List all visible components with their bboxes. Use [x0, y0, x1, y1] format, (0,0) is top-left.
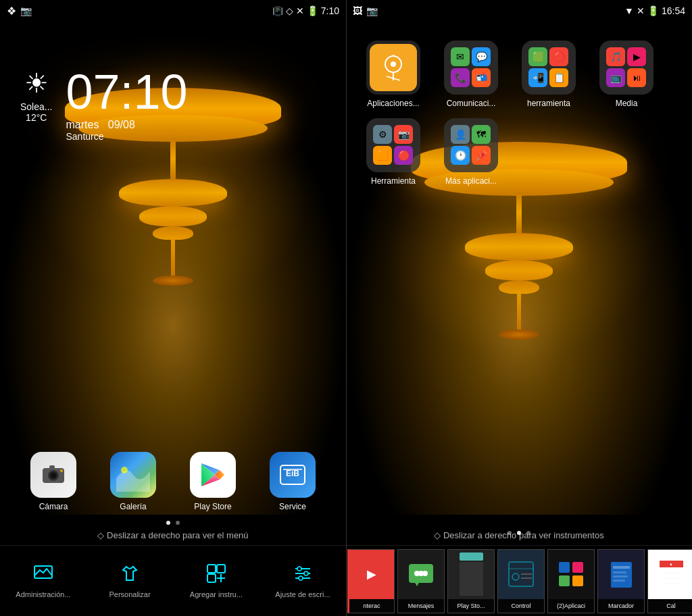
slide-hint-right: ◇ Deslizar a derecho para ver instrument… — [346, 530, 692, 540]
svg-rect-41 — [572, 575, 583, 586]
svg-rect-42 — [611, 562, 632, 588]
service-label: Service — [279, 502, 306, 511]
thumb-interac[interactable]: ▶ nterac — [347, 549, 395, 613]
no-signal-icon-right: ✕ — [637, 5, 645, 16]
gallery-svg — [116, 458, 150, 492]
thumb-marcador-label: Marcador — [598, 599, 644, 613]
customize-label: Personalizar — [109, 590, 150, 598]
lamp-lower-r2 — [485, 260, 553, 280]
folder-aplicaciones[interactable]: Aplicaciones... — [360, 41, 427, 108]
svg-rect-45 — [613, 575, 628, 578]
thumb-playsto-label: Play Sto... — [448, 599, 494, 613]
vibrate-icon: 📳 — [272, 6, 283, 16]
gallery-app[interactable]: Galería — [110, 452, 156, 511]
status-icons-right-right: ▼ ✕ 🔋 16:54 — [624, 5, 685, 16]
service-icon[interactable]: EiB — [270, 452, 316, 498]
app-dock: Cámara Galería — [0, 452, 346, 511]
clock-section: 07:10 martes 09/08 Santurce — [66, 68, 187, 142]
no-signal-icon: ✕ — [296, 5, 304, 16]
admin-icon — [33, 563, 53, 586]
svg-point-5 — [60, 469, 63, 472]
svg-point-35 — [512, 573, 519, 580]
thumb-aplicaci2[interactable]: (2)Aplicaci — [547, 549, 595, 613]
folder-aplicaciones-label: Aplicaciones... — [367, 99, 419, 108]
folder-herramienta[interactable]: 🟩 🔴 📲 📋 herramienta — [515, 41, 583, 108]
date-label: 09/08 — [108, 119, 135, 130]
panel-divider — [346, 0, 347, 616]
nav-customize[interactable]: Personalizar — [86, 563, 173, 598]
folder-media[interactable]: 🎵 ▶ 📺 ⏯ Media — [593, 41, 660, 108]
svg-point-20 — [304, 571, 308, 575]
lamp-foot — [153, 276, 193, 286]
lamp-base — [171, 236, 175, 277]
folder-herramienta-label: herramienta — [527, 99, 570, 108]
day-label: martes — [66, 119, 99, 130]
nav-admin[interactable]: Administración... — [0, 563, 86, 598]
camera-app[interactable]: Cámara — [30, 452, 76, 511]
camera-label: Cámara — [39, 502, 68, 511]
folder-grid: Aplicaciones... ✉ 💬 📞 📬 Comunicaci... 🟩 … — [346, 27, 692, 199]
thumb-cal[interactable]: ▼ Cal — [647, 549, 692, 613]
status-bar-right-icons: 📳 ◇ ✕ 🔋 7:10 — [272, 5, 339, 16]
thumb-control-label: Control — [498, 599, 544, 613]
svg-rect-46 — [613, 580, 625, 582]
svg-rect-40 — [559, 575, 570, 586]
lamp-base-r — [517, 290, 521, 331]
thumbnail-strip: ▶ nterac Mensajes — [346, 545, 692, 616]
folder-comunicaci-icon[interactable]: ✉ 💬 📞 📬 — [444, 41, 498, 95]
service-app[interactable]: EiB Service — [270, 452, 316, 511]
folder-aplicaciones-icon[interactable] — [366, 41, 420, 95]
folder-herramienta2-icon[interactable]: ⚙ 📷 🟧 🔴 — [366, 118, 420, 172]
thumb-control[interactable]: Control — [497, 549, 545, 613]
svg-point-31 — [422, 571, 428, 576]
camera-svg — [40, 461, 67, 488]
svg-point-27 — [391, 61, 396, 67]
svg-point-18 — [297, 567, 301, 571]
date-line: martes 09/08 — [66, 119, 187, 131]
add-widget-label: Agregar instru... — [190, 590, 243, 598]
folder-herramienta-icon[interactable]: 🟩 🔴 📲 📋 — [522, 41, 576, 95]
folder-comunicaci[interactable]: ✉ 💬 📞 📬 Comunicaci... — [437, 41, 505, 108]
folder-herramienta2[interactable]: ⚙ 📷 🟧 🔴 Herramienta — [360, 118, 427, 186]
admin-label: Administración... — [16, 590, 70, 598]
battery-icon-left: 🔋 — [307, 5, 318, 16]
playstore-icon[interactable] — [190, 452, 236, 498]
svg-marker-32 — [414, 582, 420, 586]
folder-media-label: Media — [616, 99, 638, 108]
camera-status-icon: 📷 — [20, 5, 32, 16]
thumb-playsto[interactable]: Play Sto... — [447, 549, 495, 613]
weather-icon-section: ☀ Solea... 12°C — [20, 68, 52, 142]
folder-media-icon[interactable]: 🎵 ▶ 📺 ⏯ — [599, 41, 653, 95]
lamp-lower-r1 — [465, 233, 573, 260]
folder-mas-aplicaci[interactable]: 👤 🗺 🕐 📌 Más aplicaci... — [437, 118, 505, 186]
camera-icon[interactable] — [30, 452, 76, 498]
launcher-icon: ❖ — [7, 5, 16, 18]
folder-mas-aplicaci-icon[interactable]: 👤 🗺 🕐 📌 — [444, 118, 498, 172]
thumb-cal-label: Cal — [648, 599, 692, 613]
dot-2 — [176, 521, 180, 525]
wifi-signal-icon: ◇ — [286, 5, 293, 16]
svg-rect-39 — [572, 562, 583, 573]
folder-mas-aplicaci-label: Más aplicaci... — [445, 176, 497, 186]
svg-rect-12 — [207, 565, 216, 573]
weather-description: Solea... — [20, 101, 52, 112]
status-icons-right-left: 🖼 📷 — [353, 5, 378, 16]
gallery-icon[interactable] — [110, 452, 156, 498]
big-clock: 07:10 — [66, 68, 187, 116]
svg-rect-48 — [660, 567, 683, 588]
page-dots-left — [0, 521, 346, 525]
thumb-aplicaci2-label: (2)Aplicaci — [548, 599, 594, 613]
status-bar-right: 🖼 📷 ▼ ✕ 🔋 16:54 — [346, 0, 692, 22]
nav-settings[interactable]: Ajuste de escri... — [260, 563, 346, 598]
thumb-interac-label: nterac — [349, 599, 394, 613]
thumb-marcador[interactable]: Marcador — [597, 549, 645, 613]
nav-add-widget[interactable]: Agregar instru... — [173, 563, 260, 598]
lamp-shade-lower1 — [119, 179, 227, 206]
playstore-app[interactable]: Play Store — [190, 452, 236, 511]
svg-rect-13 — [217, 565, 225, 573]
playstore-label: Play Store — [194, 502, 231, 511]
playstore-svg — [196, 458, 230, 492]
svg-point-22 — [299, 576, 303, 580]
thumb-mensajes-label: Mensajes — [398, 599, 444, 613]
thumb-mensajes[interactable]: Mensajes — [397, 549, 445, 613]
